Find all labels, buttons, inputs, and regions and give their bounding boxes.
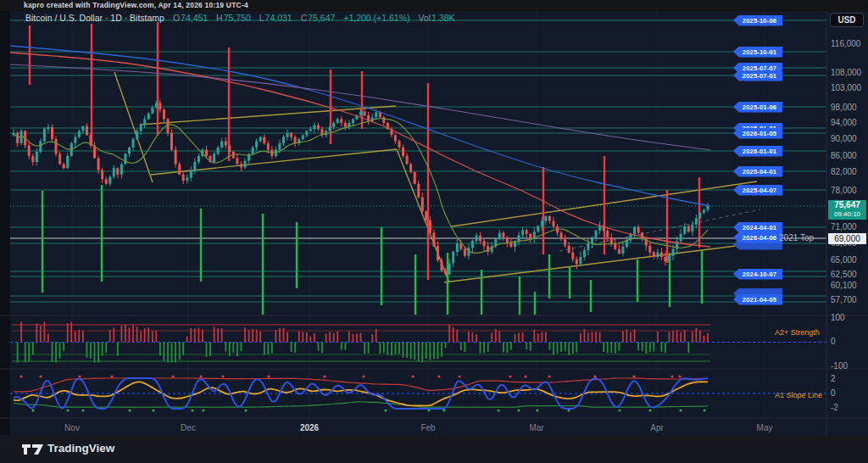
price-axis-label: 86,000 (831, 151, 857, 160)
currency-toggle-button[interactable]: USD (830, 13, 864, 27)
chart-left-margin (0, 11, 10, 435)
horizontal-levels (10, 20, 826, 302)
price-axis-label: 62,500 (831, 270, 857, 279)
close-label: C (301, 13, 308, 23)
last-price-badge[interactable]: 75,647 09:40:10 (828, 200, 866, 220)
date-marker-badge[interactable]: 2025-01-06 (733, 102, 782, 113)
date-marker-badge[interactable]: 2025-04-01 (733, 166, 782, 177)
pane-a1-slope (10, 375, 826, 411)
price-axis-label: 108,000 (831, 68, 861, 77)
indicator-label-a2-strength[interactable]: A2+ Strength (775, 328, 820, 337)
date-marker-badge[interactable]: 2025-07-01 (733, 70, 782, 81)
indicator-label-a1-slope[interactable]: A1 Slope Line (775, 391, 822, 399)
price-axis-label: 0 (831, 388, 836, 398)
date-marker-badge[interactable]: 2025-04-07 (733, 185, 782, 196)
price-axis-label: 57,700 (831, 295, 857, 304)
price-axis-label: 94,000 (831, 118, 857, 127)
spike-bars (29, 22, 703, 315)
price-axis-label: 2 (831, 374, 836, 383)
date-marker-badge[interactable]: 2024-04-01 (733, 222, 782, 233)
low-label: L (259, 13, 264, 23)
tradingview-chart-window: kapro created with TradingView.com, Apr … (0, 0, 868, 463)
highlighted-price-box: 69,000 (828, 233, 866, 244)
symbol-legend[interactable]: Bitcoin / U.S. Dollar · 1D · Bitstamp O7… (25, 13, 455, 23)
date-marker-badge[interactable]: 2026-01-01 (733, 146, 782, 157)
price-axis-label: 90,000 (831, 134, 857, 143)
watermark-text: kapro created with TradingView.com, Apr … (24, 1, 248, 9)
time-axis-label: Feb (411, 423, 445, 432)
volume-label: Vol (418, 13, 431, 23)
price-axis-label: -100 (831, 361, 848, 371)
price-axis-label: 65,000 (831, 255, 857, 265)
pane-a2-strength (10, 322, 826, 363)
price-axis-label: -2 (831, 403, 838, 412)
price-axis-label: 0 (831, 337, 836, 346)
open-label: O (173, 13, 180, 23)
price-axis-label: 78,000 (831, 186, 857, 195)
date-marker-badge[interactable]: 2025-10-01 (733, 47, 782, 58)
bar-countdown: 09:40:10 (828, 210, 866, 219)
price-axis-label: 71,000 (831, 222, 857, 232)
change-value: +1,200 (+1.61%) (343, 13, 409, 23)
slope-green-line (14, 402, 708, 407)
time-axis-label: 2026 (292, 423, 326, 432)
open-value: 74,451 (181, 13, 208, 23)
time-axis-label: May (748, 423, 782, 432)
price-axis-label: 60,100 (831, 281, 857, 290)
price-axis-label: 82,000 (831, 167, 857, 176)
date-marker-badge[interactable]: 2025-10-06 (733, 15, 782, 26)
price-axis-label: 116,000 (831, 39, 860, 48)
symbol-title[interactable]: Bitcoin / U.S. Dollar · 1D · Bitstamp (25, 13, 164, 23)
price-axis-label: 103,000 (831, 83, 861, 92)
last-price-value: 75,647 (828, 200, 866, 210)
volume-value: 1.38K (431, 13, 454, 23)
footer-bar: TradingView (0, 435, 868, 463)
date-marker-badge[interactable]: 2026-01-05 (733, 128, 782, 139)
high-value: 75,750 (224, 13, 251, 23)
low-value: 74,031 (265, 13, 292, 23)
high-label: H (216, 13, 223, 23)
time-axis-label: Dec (171, 423, 205, 432)
price-axis-label: 100 (831, 313, 845, 322)
date-marker-badge[interactable]: 2021-04-05 (733, 294, 782, 305)
annotation-2021-top: 2021 Top (729, 233, 814, 243)
time-axis-label: Mar (520, 423, 554, 432)
time-axis-label: Apr (640, 423, 674, 432)
price-axis-label: 98,000 (831, 103, 857, 112)
date-marker-badge[interactable]: 2024-10-07 (733, 269, 782, 280)
tradingview-logo-icon[interactable] (22, 442, 44, 457)
time-axis-label: Nov (55, 423, 89, 432)
close-value: 75,647 (308, 13, 335, 23)
tradingview-logo-text[interactable]: TradingView (47, 442, 114, 455)
